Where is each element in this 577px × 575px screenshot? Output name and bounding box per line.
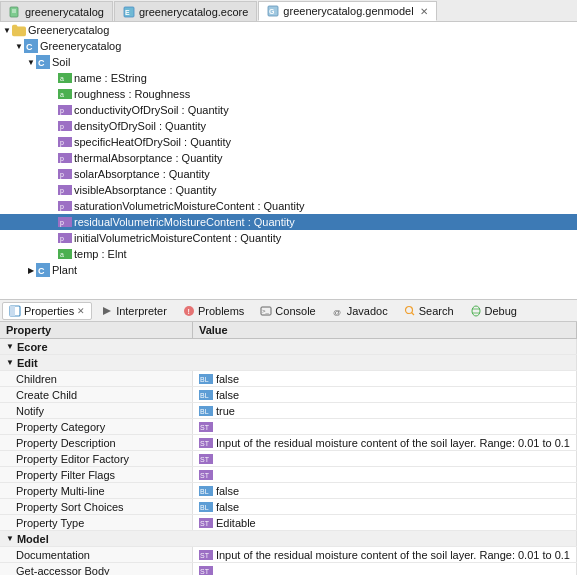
section-edit-arrow[interactable]: ▼ [6, 358, 14, 367]
folder-icon [12, 23, 26, 37]
tab-greenerycatalog[interactable]: greenerycatalog [0, 1, 113, 21]
prop-getaccessor-value[interactable]: ST [192, 563, 576, 576]
prop-documentation-value[interactable]: ST Input of the residual moisture conten… [192, 547, 576, 563]
tab-close-icon[interactable]: ✕ [420, 6, 428, 17]
tree-item-label-thermal: thermalAbsorptance : Quantity [74, 152, 223, 164]
svg-text:p: p [60, 203, 64, 211]
tab-greenerycatalog-ecore[interactable]: E greenerycatalog.ecore [114, 1, 257, 21]
tab-debug[interactable]: Debug [463, 302, 524, 320]
tree-item-root[interactable]: ▼ Greenerycatalog [0, 22, 577, 38]
tree-arrow: ▼ [14, 42, 24, 51]
tab-problems-label: Problems [198, 305, 244, 317]
tree-item-thermal[interactable]: p thermalAbsorptance : Quantity [0, 150, 577, 166]
svg-text:ST: ST [200, 552, 210, 559]
svg-text:BL: BL [200, 504, 209, 511]
prop-desc-value[interactable]: ST Input of the residual moisture conten… [192, 435, 576, 451]
val-icon-type: ST [199, 518, 213, 528]
table-row: Property Category ST [0, 419, 577, 435]
bottom-panel: Properties ✕ Interpreter ! Problems >_ C… [0, 300, 577, 575]
attr-icon-name: a [58, 73, 72, 83]
svg-text:a: a [60, 91, 64, 98]
prop-type-value[interactable]: ST Editable [192, 515, 576, 531]
section-ecore-arrow[interactable]: ▼ [6, 342, 14, 351]
table-row: Get-accessor Body ST [0, 563, 577, 576]
svg-text:p: p [60, 123, 64, 131]
prop-icon-visible: p [58, 185, 72, 195]
val-icon-editorfactory: ST [199, 454, 213, 464]
svg-text:p: p [60, 171, 64, 179]
svg-line-46 [411, 312, 414, 315]
prop-notify-label: Notify [0, 403, 192, 419]
tree-item-saturation[interactable]: p saturationVolumetricMoistureContent : … [0, 198, 577, 214]
tree-item-label-name: name : EString [74, 72, 147, 84]
tree-item-name[interactable]: a name : EString [0, 70, 577, 86]
tab-javadoc-label: Javadoc [347, 305, 388, 317]
search-icon [404, 305, 416, 317]
table-row: Property Type ST Editable [0, 515, 577, 531]
tree-item-plant[interactable]: ▶ C Plant [0, 262, 577, 278]
tab-search[interactable]: Search [397, 302, 461, 320]
tree-item-density[interactable]: p densityOfDrySoil : Quantity [0, 118, 577, 134]
section-model-arrow[interactable]: ▼ [6, 534, 14, 543]
tree-item-temp[interactable]: a temp : Elnt [0, 246, 577, 262]
tab-javadoc[interactable]: @ Javadoc [325, 302, 395, 320]
tab-console[interactable]: >_ Console [253, 302, 322, 320]
prop-filterflags-value[interactable]: ST [192, 467, 576, 483]
tree-item-conductivity[interactable]: p conductivityOfDrySoil : Quantity [0, 102, 577, 118]
prop-editorfactory-label: Property Editor Factory [0, 451, 192, 467]
tree-arrow-plant: ▶ [26, 266, 36, 275]
tree-item-label-visible: visibleAbsorptance : Quantity [74, 184, 216, 196]
tree-item-label-residual: residualVolumetricMoistureContent : Quan… [74, 216, 295, 228]
val-sortchoices: false [216, 501, 239, 513]
tree-item-greenerycatalog[interactable]: ▼ C Greenerycatalog [0, 38, 577, 54]
properties-table: Property Value ▼ Ecore [0, 322, 577, 575]
table-header-row: Property Value [0, 322, 577, 339]
svg-text:p: p [60, 219, 64, 227]
tab-interpreter[interactable]: Interpreter [94, 302, 174, 320]
prop-editorfactory-value[interactable]: ST [192, 451, 576, 467]
tab-problems[interactable]: ! Problems [176, 302, 251, 320]
tab-bar: greenerycatalog E greenerycatalog.ecore … [0, 0, 577, 22]
val-icon-sortchoices: BL [199, 502, 213, 512]
properties-close[interactable]: ✕ [77, 306, 85, 316]
val-children: false [216, 373, 239, 385]
svg-text:BL: BL [200, 392, 209, 399]
prop-category-value[interactable]: ST [192, 419, 576, 435]
prop-notify-value[interactable]: BL true [192, 403, 576, 419]
section-edit-label: Edit [17, 357, 38, 369]
svg-text:@: @ [333, 308, 341, 317]
prop-multiline-value[interactable]: BL false [192, 483, 576, 499]
table-row: Property Editor Factory ST [0, 451, 577, 467]
tree-item-soil[interactable]: ▼ C Soil [0, 54, 577, 70]
tree-item-specificheat[interactable]: p specificHeatOfDrySoil : Quantity [0, 134, 577, 150]
svg-text:p: p [60, 187, 64, 195]
tree-item-label-plant: Plant [52, 264, 77, 276]
tree-item-residual[interactable]: p residualVolumetricMoistureContent : Qu… [0, 214, 577, 230]
tree-item-solar[interactable]: p solarAbsorptance : Quantity [0, 166, 577, 182]
section-model-label: Model [17, 533, 49, 545]
tree-item-label-temp: temp : Elnt [74, 248, 127, 260]
tree-item-roughness[interactable]: a roughness : Roughness [0, 86, 577, 102]
val-createchild: false [216, 389, 239, 401]
svg-text:ST: ST [200, 568, 210, 575]
debug-icon [470, 305, 482, 317]
tree-item-label-root: Greenerycatalog [28, 24, 109, 36]
tab-file-icon [9, 6, 21, 18]
val-documentation: Input of the residual moisture content o… [216, 549, 570, 561]
table-row: ▼ Edit [0, 355, 577, 371]
tree-item-initial[interactable]: p initialVolumetricMoistureContent : Qua… [0, 230, 577, 246]
tab-properties[interactable]: Properties ✕ [2, 302, 92, 320]
svg-text:BL: BL [200, 408, 209, 415]
tab-genmodel[interactable]: G greenerycatalog.genmodel ✕ [258, 1, 436, 21]
tree-arrow: ▼ [2, 26, 12, 35]
svg-text:ST: ST [200, 456, 210, 463]
prop-children-value[interactable]: BL false [192, 371, 576, 387]
val-notify: true [216, 405, 235, 417]
svg-text:p: p [60, 235, 64, 243]
prop-createchild-value[interactable]: BL false [192, 387, 576, 403]
prop-sortchoices-value[interactable]: BL false [192, 499, 576, 515]
prop-children-label: Children [0, 371, 192, 387]
tree-item-visible[interactable]: p visibleAbsorptance : Quantity [0, 182, 577, 198]
class-icon-plant: C [36, 263, 50, 277]
prop-icon-saturation: p [58, 201, 72, 211]
